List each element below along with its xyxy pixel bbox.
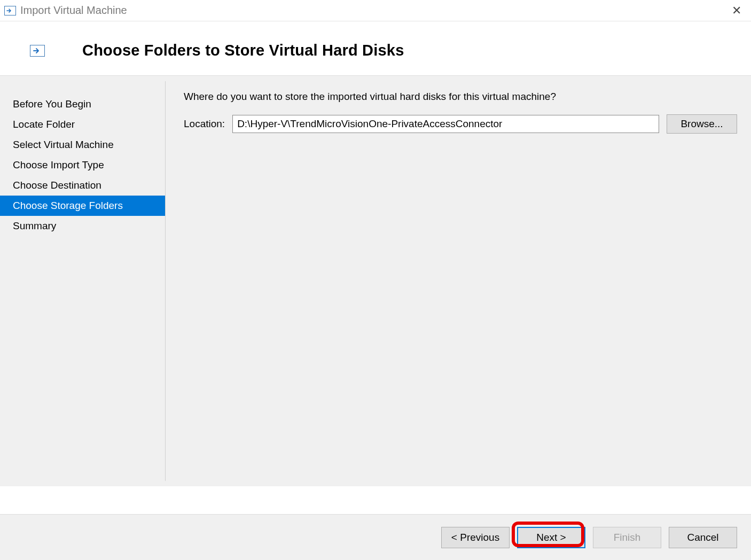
step-choose-destination[interactable]: Choose Destination (0, 175, 165, 196)
cancel-button[interactable]: Cancel (669, 527, 737, 548)
close-button[interactable]: ✕ (726, 3, 747, 19)
step-choose-storage-folders[interactable]: Choose Storage Folders (0, 196, 165, 216)
import-vm-icon (30, 45, 45, 57)
browse-button[interactable]: Browse... (667, 114, 737, 134)
step-before-you-begin[interactable]: Before You Begin (0, 94, 165, 114)
page-title: Choose Folders to Store Virtual Hard Dis… (82, 42, 404, 59)
location-label: Location: (184, 118, 225, 130)
step-choose-import-type[interactable]: Choose Import Type (0, 155, 165, 175)
import-vm-icon (4, 6, 16, 15)
wizard-footer: < Previous Next > Finish Cancel (0, 514, 751, 560)
location-input[interactable] (232, 115, 659, 133)
wizard-content: Where do you want to store the imported … (166, 76, 751, 486)
titlebar: Import Virtual Machine ✕ (0, 0, 751, 21)
wizard-header: Choose Folders to Store Virtual Hard Dis… (0, 21, 751, 76)
location-row: Location: Browse... (184, 114, 737, 134)
step-locate-folder[interactable]: Locate Folder (0, 114, 165, 135)
previous-button[interactable]: < Previous (441, 527, 510, 548)
finish-button: Finish (593, 527, 661, 548)
step-select-virtual-machine[interactable]: Select Virtual Machine (0, 135, 165, 155)
wizard-body: Before You Begin Locate Folder Select Vi… (0, 76, 751, 486)
wizard-steps: Before You Begin Locate Folder Select Vi… (0, 81, 166, 481)
next-button[interactable]: Next > (517, 527, 585, 548)
prompt-text: Where do you want to store the imported … (184, 91, 737, 103)
window-title: Import Virtual Machine (20, 4, 127, 17)
step-summary[interactable]: Summary (0, 216, 165, 236)
